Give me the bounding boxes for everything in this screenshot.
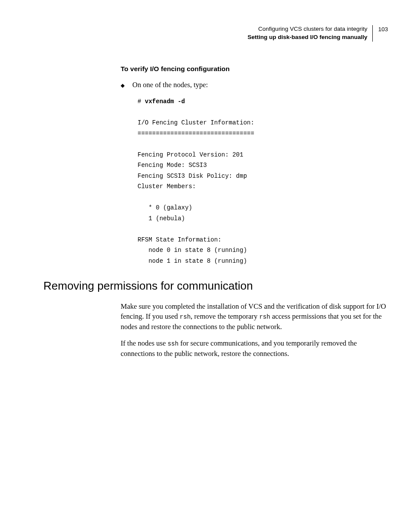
procedure-step: ◆ On one of the nodes, type:: [121, 81, 388, 89]
para-text: , remove the temporary: [191, 312, 259, 320]
inline-code: rsh: [180, 313, 191, 320]
code-output: I/O Fencing Cluster Information: =======…: [138, 119, 254, 264]
header-text-block: Configuring VCS clusters for data integr…: [247, 25, 373, 42]
para-text: If the nodes use: [121, 339, 168, 347]
page-number: 103: [373, 25, 388, 42]
procedure-title: To verify I/O fencing configuration: [121, 65, 388, 73]
code-prompt: #: [138, 98, 145, 105]
body-paragraph-2: If the nodes use ssh for secure communic…: [121, 338, 388, 359]
body-paragraph-1: Make sure you completed the installation…: [121, 301, 388, 332]
header-section: Setting up disk-based I/O fencing manual…: [247, 33, 367, 42]
code-command: vxfenadm -d: [145, 98, 185, 105]
section-heading: Removing permissions for communication: [43, 279, 388, 293]
code-block: # vxfenadm -d I/O Fencing Cluster Inform…: [138, 96, 388, 266]
inline-code: ssh: [168, 340, 178, 347]
inline-code: rsh: [259, 313, 270, 320]
diamond-bullet-icon: ◆: [121, 82, 125, 89]
step-text: On one of the nodes, type:: [132, 81, 208, 89]
header-chapter: Configuring VCS clusters for data integr…: [247, 25, 367, 33]
running-header: Configuring VCS clusters for data integr…: [247, 25, 388, 42]
page-content: To verify I/O fencing configuration ◆ On…: [43, 65, 388, 365]
